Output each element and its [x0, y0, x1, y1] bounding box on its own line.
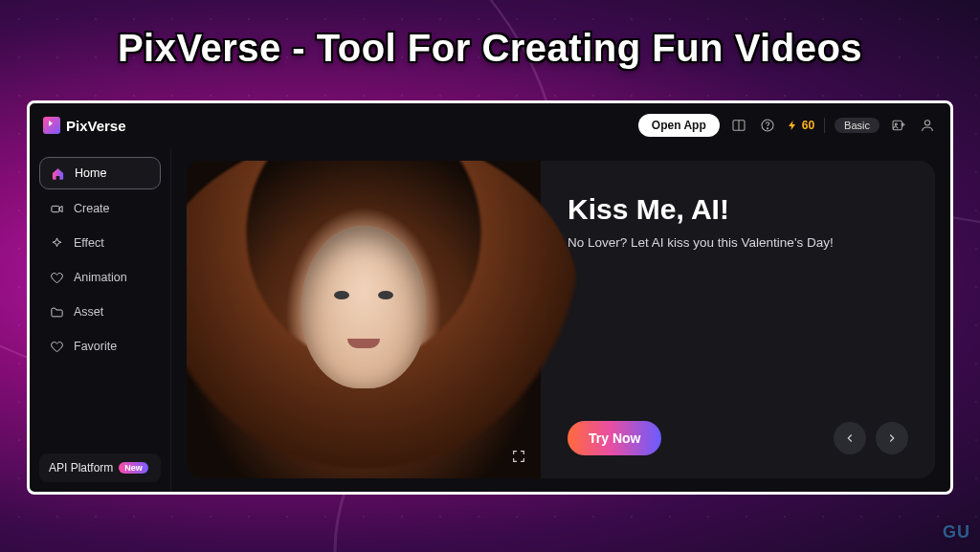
- open-app-button[interactable]: Open App: [638, 114, 720, 137]
- sidebar-item-label: Favorite: [74, 340, 117, 353]
- brand-logo-icon: [43, 117, 60, 134]
- carousel-next-button[interactable]: [876, 422, 908, 454]
- heart-outline-icon: [49, 339, 64, 354]
- panel-icon[interactable]: [729, 116, 748, 135]
- hero-card: Kiss Me, AI! No Lover? Let AI kiss you t…: [187, 161, 935, 478]
- fullscreen-icon[interactable]: [506, 444, 531, 469]
- sidebar-item-asset[interactable]: Asset: [39, 297, 161, 327]
- app-window: PixVerse Open App 60 Basic Ho: [27, 100, 953, 495]
- try-now-button[interactable]: Try Now: [568, 421, 661, 455]
- sidebar-item-effect[interactable]: Effect: [39, 228, 161, 258]
- folder-icon: [49, 304, 64, 320]
- sidebar-item-label: Home: [75, 166, 106, 180]
- sidebar-item-label: Asset: [74, 305, 103, 319]
- chevron-left-icon: [843, 431, 857, 445]
- svg-rect-7: [51, 206, 58, 211]
- sidebar-item-create[interactable]: Create: [39, 193, 161, 224]
- bolt-icon: [787, 120, 798, 131]
- sidebar-item-animation[interactable]: Animation: [39, 262, 161, 293]
- sidebar-item-label: Effect: [74, 236, 104, 250]
- brand-logo[interactable]: PixVerse: [43, 117, 126, 134]
- svg-point-5: [895, 123, 897, 125]
- sparkle-icon: [49, 235, 64, 251]
- credits-display[interactable]: 60: [787, 119, 814, 132]
- sidebar-item-favorite[interactable]: Favorite: [39, 331, 161, 362]
- chevron-right-icon: [885, 431, 899, 445]
- watermark: GU: [943, 522, 970, 542]
- image-add-icon[interactable]: [889, 116, 908, 135]
- sidebar: Home Create Effect Animation: [30, 147, 171, 492]
- help-icon[interactable]: [758, 116, 777, 135]
- hero-portrait-face: [301, 226, 426, 388]
- brand-name: PixVerse: [66, 118, 126, 134]
- heart-icon: [49, 270, 64, 285]
- svg-point-3: [767, 128, 768, 129]
- sidebar-item-home[interactable]: Home: [39, 157, 161, 189]
- divider: [824, 118, 825, 133]
- user-icon[interactable]: [918, 116, 937, 135]
- camera-icon: [49, 201, 64, 216]
- plan-badge[interactable]: Basic: [835, 118, 880, 133]
- sidebar-item-label: Create: [74, 202, 110, 215]
- api-platform-label: API Platform: [49, 461, 113, 475]
- main-content: Kiss Me, AI! No Lover? Let AI kiss you t…: [171, 147, 950, 492]
- sidebar-item-label: Animation: [74, 271, 127, 284]
- hero-title: Kiss Me, AI!: [568, 193, 908, 226]
- credits-value: 60: [802, 119, 814, 132]
- sidebar-item-api-platform[interactable]: API Platform New: [39, 453, 161, 482]
- svg-point-6: [924, 121, 929, 125]
- topbar: PixVerse Open App 60 Basic: [30, 103, 950, 147]
- hero-text: Kiss Me, AI! No Lover? Let AI kiss you t…: [541, 161, 935, 478]
- home-icon: [50, 166, 65, 181]
- carousel-prev-button[interactable]: [834, 422, 866, 454]
- hero-subtitle: No Lover? Let AI kiss you this Valentine…: [568, 235, 908, 250]
- new-badge: New: [119, 462, 148, 474]
- banner-title: PixVerse - Tool For Creating Fun Videos: [0, 27, 980, 70]
- hero-image: [187, 161, 541, 478]
